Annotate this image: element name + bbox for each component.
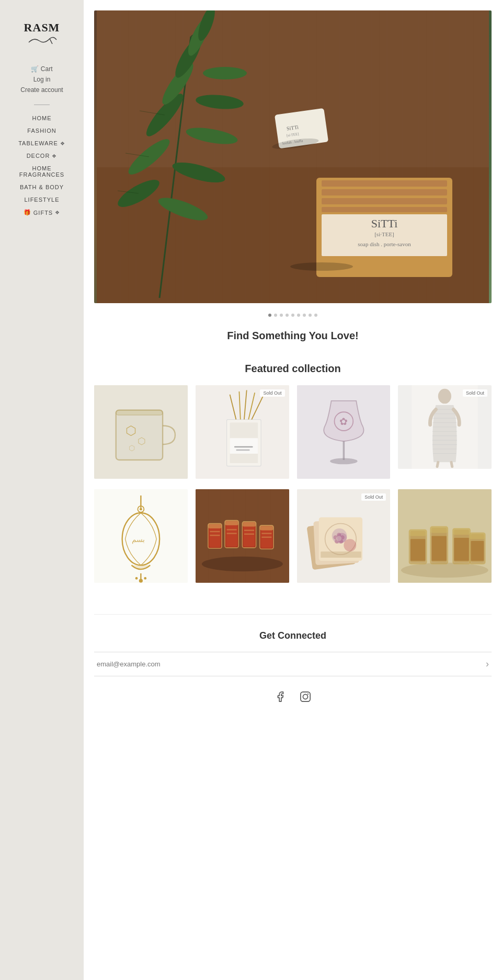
nav-gifts[interactable]: 🎁 Gifts ❖ <box>0 206 84 219</box>
connected-heading: Get Connected <box>94 630 492 641</box>
product-8[interactable] <box>398 489 492 583</box>
find-heading: Find Something You Love! <box>94 330 492 342</box>
svg-rect-99 <box>226 533 236 534</box>
svg-point-62 <box>438 389 451 404</box>
email-submit-button[interactable]: › <box>486 659 489 670</box>
instagram-icon[interactable] <box>298 689 313 704</box>
svg-rect-133 <box>470 533 485 539</box>
svg-text:[si·TEE]: [si·TEE] <box>374 231 394 237</box>
svg-point-85 <box>144 577 146 580</box>
hero-image: SiTTi [si·TEE] loofah . louffa SiTTi [si… <box>94 10 492 303</box>
logo-squiggle <box>26 34 58 46</box>
product-1[interactable]: ⬡ ⬡ ⬡ <box>94 385 188 479</box>
sold-out-badge-4: Sold Out <box>463 389 487 397</box>
nav-fashion[interactable]: FASHION <box>0 124 84 137</box>
main-content: SiTTi [si·TEE] loofah . louffa SiTTi [si… <box>84 0 502 980</box>
product-3-image: ✿ <box>297 385 391 479</box>
product-5-image: ﺑﺴﻢ <box>94 489 188 583</box>
get-connected: Get Connected › <box>94 614 492 714</box>
svg-text:⬡: ⬡ <box>126 424 136 437</box>
facebook-icon[interactable] <box>273 689 288 704</box>
product-7-image: Sold Out ✿ <box>297 489 391 583</box>
dot-8[interactable] <box>309 314 312 317</box>
svg-rect-108 <box>261 533 271 534</box>
svg-text:SiTTi: SiTTi <box>371 217 398 230</box>
product-8-image <box>398 489 492 583</box>
svg-text:soap dish . porte-savon: soap dish . porte-savon <box>358 241 411 247</box>
svg-rect-93 <box>210 531 220 532</box>
dot-9[interactable] <box>314 314 317 317</box>
gift-icon: 🎁 <box>24 209 31 216</box>
product-grid-row1: ⬡ ⬡ ⬡ Sold Out <box>94 385 492 479</box>
dot-6[interactable] <box>297 314 300 317</box>
svg-rect-134 <box>410 539 426 561</box>
svg-rect-130 <box>453 528 470 535</box>
cart-link[interactable]: 🛒 Cart <box>0 64 84 74</box>
svg-point-140 <box>307 693 309 694</box>
nav-home[interactable]: HOME <box>0 112 84 124</box>
svg-point-79 <box>140 508 142 511</box>
product-4[interactable]: Sold Out <box>398 385 492 479</box>
create-account-link[interactable]: Create account <box>0 85 84 95</box>
svg-point-59 <box>330 458 357 464</box>
social-icons <box>94 689 492 714</box>
nav-decor[interactable]: DECOR ❖ <box>0 149 84 162</box>
dot-7[interactable] <box>303 314 306 317</box>
svg-rect-137 <box>471 541 484 561</box>
svg-point-139 <box>303 694 307 699</box>
svg-rect-94 <box>210 535 220 536</box>
product-5[interactable]: ﺑﺴﻢ <box>94 489 188 583</box>
nav-home-fragrances[interactable]: HOMEFRAGRANCES <box>0 162 84 181</box>
product-6[interactable] <box>196 489 289 583</box>
svg-point-89 <box>202 556 283 571</box>
product-7[interactable]: Sold Out ✿ <box>297 489 391 583</box>
product-grid-row2: ﺑﺴﻢ <box>94 489 492 583</box>
svg-rect-92 <box>208 523 222 528</box>
svg-rect-53 <box>234 446 253 447</box>
svg-rect-135 <box>432 536 447 561</box>
product-3[interactable]: ✿ <box>297 385 391 479</box>
gifts-chevron: ❖ <box>55 210 60 215</box>
nav-tableware[interactable]: TABLEWARE ❖ <box>0 137 84 149</box>
dot-2[interactable] <box>274 314 277 317</box>
product-2[interactable]: Sold Out <box>196 385 289 479</box>
svg-rect-52 <box>230 438 258 454</box>
nav-bath-body[interactable]: BATH & BODY <box>0 181 84 193</box>
dot-3[interactable] <box>280 314 283 317</box>
svg-point-84 <box>135 577 138 580</box>
svg-point-118 <box>344 539 356 551</box>
svg-rect-54 <box>236 449 249 451</box>
svg-rect-98 <box>226 529 236 530</box>
dot-4[interactable] <box>286 314 289 317</box>
svg-text:⬡: ⬡ <box>129 444 135 452</box>
svg-point-19 <box>203 67 247 79</box>
logo: RASM <box>24 21 60 48</box>
svg-rect-39 <box>116 410 163 460</box>
svg-rect-109 <box>261 536 271 537</box>
svg-rect-136 <box>454 538 470 561</box>
product-4-image: Sold Out <box>398 385 492 469</box>
nav-divider <box>34 105 50 105</box>
svg-rect-104 <box>244 533 254 534</box>
dot-1[interactable] <box>268 314 271 317</box>
svg-rect-124 <box>409 529 427 536</box>
product-6-image <box>196 489 289 583</box>
svg-text:ﺑﺴﻢ: ﺑﺴﻢ <box>132 535 145 544</box>
sidebar: RASM 🛒 Cart Log in Create account HOME F… <box>0 0 84 980</box>
svg-line-74 <box>437 462 438 466</box>
svg-point-121 <box>401 562 488 578</box>
email-input[interactable] <box>97 660 486 668</box>
login-link[interactable]: Log in <box>0 74 84 85</box>
svg-rect-43 <box>116 410 163 416</box>
decor-chevron: ❖ <box>52 153 57 159</box>
product-1-image: ⬡ ⬡ ⬡ <box>94 385 188 479</box>
dot-5[interactable] <box>291 314 294 317</box>
svg-rect-107 <box>259 525 273 531</box>
svg-rect-138 <box>301 691 310 701</box>
tableware-chevron: ❖ <box>60 141 65 146</box>
hero-section: SiTTi [si·TEE] loofah . louffa SiTTi [si… <box>94 10 492 303</box>
nav-lifestyle[interactable]: LIFESTYLE <box>0 193 84 206</box>
svg-rect-34 <box>322 198 447 204</box>
svg-text:⬡: ⬡ <box>138 436 146 446</box>
svg-rect-35 <box>322 207 447 212</box>
